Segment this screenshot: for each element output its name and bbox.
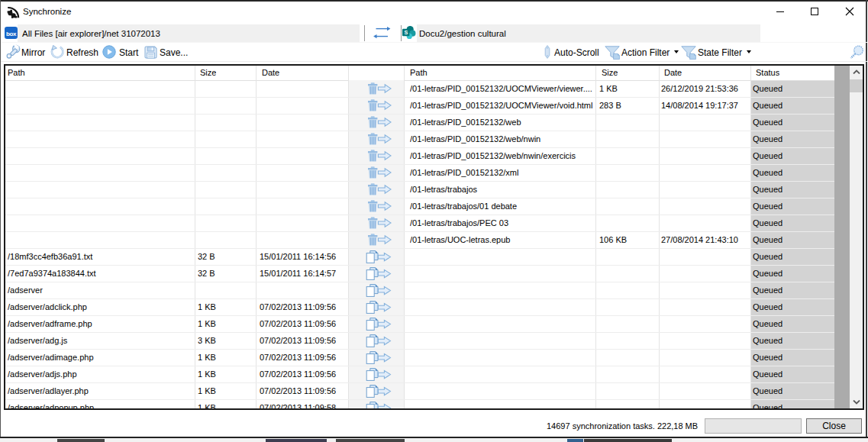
svg-text:box: box	[6, 31, 17, 37]
svg-text:S: S	[404, 29, 408, 36]
